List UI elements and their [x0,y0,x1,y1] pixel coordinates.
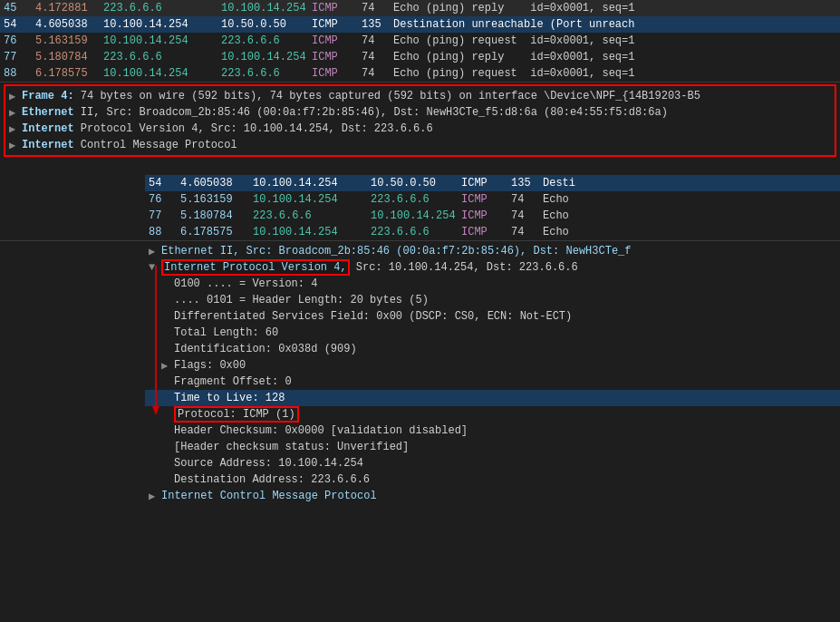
detail-value-frame: 74 bytes on wire (592 bits), 74 bytes ca… [74,90,831,102]
table-row[interactable]: 88 6.178575 10.100.14.254 223.6.6.6 ICMP… [145,224,840,240]
col-proto: ICMP [312,18,362,31]
table-row[interactable]: 54 4.605038 10.100.14.254 10.50.0.50 ICM… [0,16,840,33]
col-len: 74 [511,193,543,206]
table-row[interactable]: 54 4.605038 10.100.14.254 10.50.0.50 ICM… [145,175,840,191]
detail-row-ipv4[interactable]: ▼ Internet Protocol Version 4, Src: 10.1… [145,259,840,276]
col-info: Echo (ping) request id=0x0001, seq=1 [393,67,836,80]
detail-row-icmp[interactable]: ▶ Internet Control Message Protocol [5,137,835,153]
col-src: 10.100.14.254 [103,34,221,47]
detail-row-ttl[interactable]: Time to Live: 128 [145,390,840,406]
col-no: 54 [4,18,35,31]
col-dst: 223.6.6.6 [371,193,461,206]
col-src: 10.100.14.254 [253,226,371,238]
detail-row-ethernet[interactable]: ▶ Ethernet II, Src: Broadcom_2b:85:46 (0… [145,243,840,259]
table-row[interactable]: 88 6.178575 10.100.14.254 223.6.6.6 ICMP… [0,65,840,82]
col-dst: 223.6.6.6 [371,226,461,238]
detail-row-frag[interactable]: Fragment Offset: 0 [145,374,840,390]
detail-label-ethernet: Ethernet [22,106,74,119]
total-len-label: Total Length: 60 [174,326,278,339]
detail-value-ethernet: II, Src: Broadcom_2b:85:46 (00:0a:f7:2b:… [74,106,831,119]
detail-label-ipv4: Internet Protocol Version 4, Src: 10.100… [161,261,578,274]
detail-row-checksum[interactable]: Header Checksum: 0x0000 [validation disa… [145,423,840,439]
col-proto: ICMP [461,209,511,222]
expand-icon: ▶ [9,106,22,120]
col-time: 6.178575 [35,67,103,80]
col-src: 10.100.14.254 [103,18,221,31]
detail-label-icmp: Internet [22,139,74,151]
col-time: 5.180784 [180,209,253,222]
dst-addr-label: Destination Address: 223.6.6.6 [174,473,370,486]
col-proto: ICMP [461,193,511,206]
detail-row-hdr-len[interactable]: .... 0101 = Header Length: 20 bytes (5) [145,292,840,308]
detail-row-total-len[interactable]: Total Length: 60 [145,325,840,341]
expand-icon: ▼ [149,261,161,274]
detail-row-version[interactable]: 0100 .... = Version: 4 [145,276,840,292]
col-dst: 223.6.6.6 [221,67,312,80]
detail-row-id[interactable]: Identification: 0x038d (909) [145,341,840,357]
detail-row-icmp-bottom[interactable]: ▶ Internet Control Message Protocol [145,488,840,504]
detail-label: Ethernet II, Src: Broadcom_2b:85:46 (00:… [161,245,631,258]
packet-list-top: 45 4.172881 223.6.6.6 10.100.14.254 ICMP… [0,0,840,83]
col-no: 76 [4,34,35,47]
col-no: 76 [149,193,180,206]
col-info: Desti [543,177,836,190]
expand-icon: ▶ [161,359,174,373]
detail-label-frame: Frame 4: [22,90,74,102]
protocol-label-outlined: Protocol: ICMP (1) [174,406,299,423]
col-info: Echo [543,226,836,238]
table-row[interactable]: 76 5.163159 10.100.14.254 223.6.6.6 ICMP… [145,191,840,208]
expand-icon: ▶ [149,490,161,503]
col-len: 74 [362,34,393,47]
detail-row-src-addr[interactable]: Source Address: 10.100.14.254 [145,455,840,471]
detail-label-ip: Internet [22,122,74,135]
detail-pane-top: ▶ Frame 4: 74 bytes on wire (592 bits), … [4,84,836,157]
detail-row-checksum-status[interactable]: [Header checksum status: Unverified] [145,439,840,455]
col-time: 4.172881 [35,2,103,15]
detail-row-dscp[interactable]: Differentiated Services Field: 0x00 (DSC… [145,308,840,325]
detail-row-ethernet[interactable]: ▶ Ethernet II, Src: Broadcom_2b:85:46 (0… [5,104,835,121]
col-info: Echo (ping) reply id=0x0001, seq=1 [393,2,836,15]
ipv4-label-outlined: Internet Protocol Version 4, [161,259,350,276]
table-row[interactable]: 45 4.172881 223.6.6.6 10.100.14.254 ICMP… [0,0,840,16]
detail-row-protocol[interactable]: Protocol: ICMP (1) [145,406,840,423]
col-time: 5.180784 [35,51,103,63]
hdr-len-label: .... 0101 = Header Length: 20 bytes (5) [174,294,429,306]
col-time: 4.605038 [180,177,253,190]
col-dst: 10.100.14.254 [371,209,461,222]
col-info: Echo [543,209,836,222]
spacer [0,159,840,175]
detail-row-flags[interactable]: ▶ Flags: 0x00 [145,357,840,374]
col-len: 74 [362,67,393,80]
detail-row-ip[interactable]: ▶ Internet Protocol Version 4, Src: 10.1… [5,121,835,137]
dscp-label: Differentiated Services Field: 0x00 (DSC… [174,310,572,323]
col-len: 74 [362,51,393,63]
icmp-label: Internet Control Message Protocol [161,490,377,502]
flags-label: Flags: 0x00 [174,359,246,372]
col-proto: ICMP [312,67,362,80]
col-info: Echo (ping) reply id=0x0001, seq=1 [393,51,836,63]
col-len: 135 [511,177,543,190]
col-len: 74 [511,209,543,222]
col-time: 6.178575 [180,226,253,238]
table-row[interactable]: 76 5.163159 10.100.14.254 223.6.6.6 ICMP… [0,33,840,49]
col-info: Echo [543,193,836,206]
table-row[interactable]: 77 5.180784 223.6.6.6 10.100.14.254 ICMP… [0,49,840,65]
detail-row-dst-addr[interactable]: Destination Address: 223.6.6.6 [145,471,840,488]
detail-row-frame[interactable]: ▶ Frame 4: 74 bytes on wire (592 bits), … [5,88,835,104]
col-no: 54 [149,177,180,190]
expand-icon: ▶ [9,139,22,152]
version-label: 0100 .... = Version: 4 [174,277,317,290]
col-time: 4.605038 [35,18,103,31]
ipv4-value: Src: 10.100.14.254, Dst: 223.6.6.6 [356,261,578,274]
checksum-label: Header Checksum: 0x0000 [validation disa… [174,424,468,437]
detail-value-icmp: Control Message Protocol [74,139,831,151]
col-info: Destination unreachable (Port unreach [393,18,836,31]
col-src: 10.100.14.254 [253,177,371,190]
col-proto: ICMP [312,2,362,15]
table-row[interactable]: 77 5.180784 223.6.6.6 10.100.14.254 ICMP… [145,208,840,224]
expand-icon: ▶ [9,122,22,136]
bottom-section: 54 4.605038 10.100.14.254 10.50.0.50 ICM… [0,175,840,622]
col-src: 10.100.14.254 [103,67,221,80]
ttl-label: Time to Live: 128 [174,392,285,404]
col-src: 223.6.6.6 [253,209,371,222]
